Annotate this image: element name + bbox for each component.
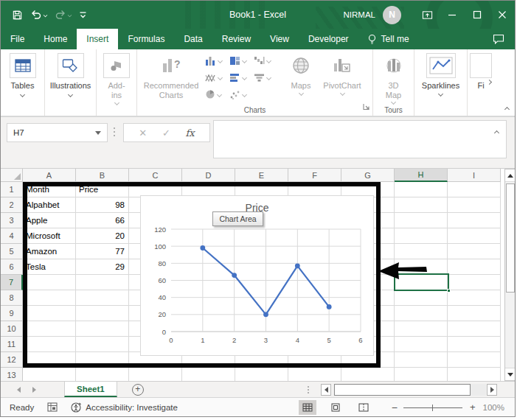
tab-view[interactable]: View: [260, 29, 299, 49]
column-header-D[interactable]: D: [182, 169, 235, 182]
cell-B10[interactable]: [76, 321, 129, 337]
cell-A2[interactable]: Alpahbet: [23, 197, 76, 213]
filters-button-partial[interactable]: Fi: [468, 49, 494, 91]
fill-handle[interactable]: [447, 289, 451, 293]
row-header-2[interactable]: 2: [1, 197, 23, 213]
undo-dropdown-icon[interactable]: [44, 13, 48, 17]
cell-H9[interactable]: [395, 306, 448, 321]
cell-B12[interactable]: [76, 352, 129, 368]
minimize-button[interactable]: [440, 1, 465, 29]
comments-icon[interactable]: [482, 29, 515, 49]
cell-I11[interactable]: [448, 337, 501, 352]
column-header-H[interactable]: H: [395, 169, 448, 182]
insert-column-chart-button[interactable]: [205, 55, 222, 66]
column-header-C[interactable]: C: [129, 169, 182, 182]
tab-formulas[interactable]: Formulas: [118, 29, 174, 49]
tell-me-box[interactable]: Tell me: [358, 29, 418, 49]
row-header-8[interactable]: 8: [1, 290, 23, 306]
page-layout-view-button[interactable]: [327, 400, 344, 415]
cell-I4[interactable]: [448, 228, 501, 244]
accessibility-status[interactable]: Accessibility: Investigate: [86, 403, 178, 412]
cell-I12[interactable]: [448, 352, 501, 368]
cell-H3[interactable]: [395, 213, 448, 228]
insert-function-icon[interactable]: fx: [185, 127, 194, 139]
cell-A4[interactable]: Microsoft: [23, 228, 76, 244]
cell-A10[interactable]: [23, 321, 76, 337]
row-header-5[interactable]: 5: [1, 244, 23, 259]
row-header-12[interactable]: 12: [1, 352, 23, 368]
addins-button[interactable]: Add-ins: [97, 49, 136, 105]
cell-I13[interactable]: [448, 368, 501, 381]
customize-qat-icon[interactable]: [77, 8, 89, 21]
maps-button[interactable]: Maps: [283, 49, 319, 95]
name-box-dropdown-icon[interactable]: [95, 131, 101, 135]
row-header-13[interactable]: 13: [1, 368, 23, 381]
tab-home[interactable]: Home: [34, 29, 77, 49]
insert-pie-chart-button[interactable]: [205, 89, 222, 99]
cell-I3[interactable]: [448, 213, 501, 228]
cell-D13[interactable]: [182, 368, 235, 381]
scroll-up-button[interactable]: [505, 169, 515, 182]
cancel-formula-icon[interactable]: ✕: [139, 127, 147, 139]
cell-A8[interactable]: [23, 290, 76, 306]
tab-review[interactable]: Review: [212, 29, 260, 49]
macro-record-icon[interactable]: [47, 402, 58, 412]
insert-waterfall-chart-button[interactable]: [254, 55, 271, 66]
tabbar-splitter[interactable]: [308, 386, 309, 393]
name-box[interactable]: H7: [7, 123, 108, 142]
vertical-scrollbar[interactable]: [504, 169, 515, 381]
insert-statistic-chart-button[interactable]: [205, 72, 222, 83]
insert-scatter-chart-button[interactable]: [229, 89, 246, 99]
row-header-10[interactable]: 10: [1, 321, 23, 337]
column-header-B[interactable]: B: [76, 169, 129, 182]
maximize-button[interactable]: [465, 1, 490, 29]
ribbon-display-options-icon[interactable]: [414, 1, 440, 29]
add-sheet-button[interactable]: +: [132, 384, 144, 396]
redo-dropdown-icon[interactable]: [68, 13, 72, 17]
cell-F13[interactable]: [288, 368, 341, 381]
recommended-charts-button[interactable]: ? Recommended Charts: [137, 49, 205, 100]
row-header-9[interactable]: 9: [1, 306, 23, 321]
cell-H10[interactable]: [395, 321, 448, 337]
cell-B3[interactable]: 66: [76, 213, 129, 228]
cell-H11[interactable]: [395, 337, 448, 352]
cell-B8[interactable]: [76, 290, 129, 306]
cell-H12[interactable]: [395, 352, 448, 368]
insert-funnel-chart-button[interactable]: [254, 72, 271, 83]
cell-B11[interactable]: [76, 337, 129, 352]
cell-B9[interactable]: [76, 306, 129, 321]
zoom-in-button[interactable]: +: [470, 402, 476, 413]
tab-developer[interactable]: Developer: [299, 29, 358, 49]
horizontal-scrollbar-thumb[interactable]: [334, 384, 471, 396]
collapse-ribbon-icon[interactable]: [504, 107, 510, 112]
cell-A6[interactable]: Tesla: [23, 259, 76, 275]
cell-H2[interactable]: [395, 197, 448, 213]
column-header-F[interactable]: F: [288, 169, 341, 182]
cell-I2[interactable]: [448, 197, 501, 213]
avatar[interactable]: N: [383, 6, 401, 24]
cell-B6[interactable]: 29: [76, 259, 129, 275]
column-header-E[interactable]: E: [235, 169, 288, 182]
scroll-down-button[interactable]: [505, 368, 515, 380]
cell-A9[interactable]: [23, 306, 76, 321]
column-header-G[interactable]: G: [341, 169, 395, 182]
cell-I1[interactable]: [448, 182, 501, 197]
pivotchart-button[interactable]: PivotChart: [319, 49, 366, 95]
prev-sheet-icon[interactable]: [17, 387, 21, 393]
illustrations-button[interactable]: Illustrations: [45, 49, 96, 97]
scroll-right-button[interactable]: [487, 384, 497, 396]
select-all-corner[interactable]: [1, 169, 23, 182]
enter-formula-icon[interactable]: ✓: [162, 127, 170, 139]
scroll-left-button[interactable]: [321, 384, 331, 396]
row-header-11[interactable]: 11: [1, 337, 23, 352]
row-header-3[interactable]: 3: [1, 213, 23, 228]
cell-B4[interactable]: 20: [76, 228, 129, 244]
cell-A5[interactable]: Amazon: [23, 244, 76, 259]
insert-bar-chart-button[interactable]: [229, 72, 246, 83]
cell-C13[interactable]: [129, 368, 182, 381]
cell-I8[interactable]: [448, 290, 501, 306]
cell-H13[interactable]: [395, 368, 448, 381]
row-header-6[interactable]: 6: [1, 259, 23, 275]
zoom-level[interactable]: 100%: [483, 403, 504, 412]
cell-A7[interactable]: [23, 275, 76, 290]
